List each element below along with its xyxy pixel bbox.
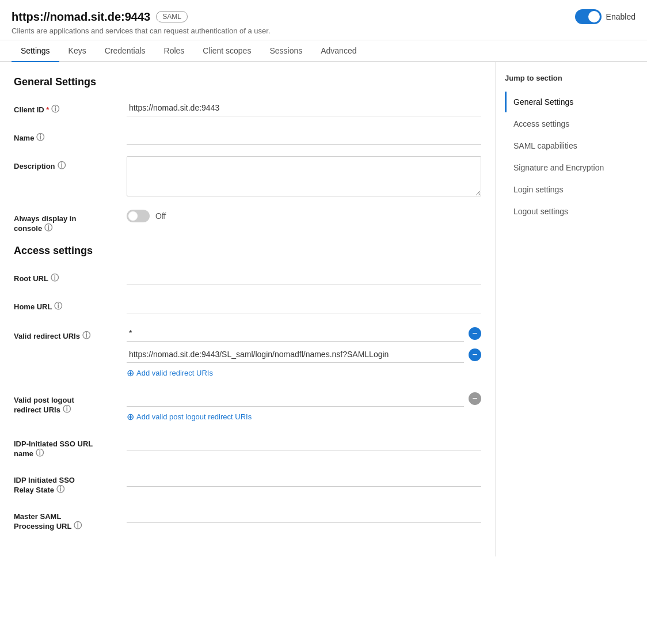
- description-row: Description ⓘ: [14, 156, 481, 198]
- jump-to-sidebar: Jump to section General Settings Access …: [495, 62, 622, 556]
- name-input-wrap: [127, 128, 481, 145]
- always-display-label: Always display in console ⓘ: [14, 210, 117, 233]
- name-row: Name ⓘ: [14, 128, 481, 145]
- redirect-uri-input-1[interactable]: [127, 325, 464, 342]
- home-url-row: Home URL ⓘ: [14, 297, 481, 313]
- always-display-toggle-label: Off: [155, 211, 166, 221]
- logout-uri-input-1[interactable]: [127, 390, 464, 407]
- logout-uri-help-icon[interactable]: ⓘ: [63, 404, 71, 415]
- page-title: https://nomad.sit.de:9443: [12, 10, 150, 24]
- description-help-icon[interactable]: ⓘ: [58, 161, 66, 171]
- name-input[interactable]: [127, 128, 481, 145]
- tab-client-scopes[interactable]: Client scopes: [193, 40, 260, 62]
- client-id-input-wrap: [127, 100, 481, 116]
- always-display-toggle-wrap: Off: [127, 210, 481, 222]
- logout-uri-row-1: −: [127, 390, 481, 407]
- valid-redirect-help-icon[interactable]: ⓘ: [82, 331, 90, 341]
- sidebar-item-login[interactable]: Login settings: [505, 179, 612, 200]
- description-input-wrap: [127, 156, 481, 198]
- required-star: *: [46, 105, 49, 114]
- always-display-row: Always display in console ⓘ Off: [14, 210, 481, 233]
- name-label: Name ⓘ: [14, 128, 117, 143]
- add-logout-uri-label: Add valid post logout redirect URIs: [136, 412, 252, 421]
- home-url-input[interactable]: [127, 297, 481, 313]
- idp-sso-url-label: IDP-Initiated SSO URL name ⓘ: [14, 434, 117, 459]
- idp-sso-url-help-icon[interactable]: ⓘ: [36, 448, 44, 459]
- add-logout-uri-icon: ⊕: [127, 411, 134, 422]
- valid-logout-uris-wrap: − ⊕ Add valid post logout redirect URIs: [127, 390, 481, 422]
- tab-roles[interactable]: Roles: [155, 40, 194, 62]
- enabled-toggle-wrap: Enabled: [575, 9, 635, 24]
- redirect-uri-row-2: −: [127, 346, 481, 363]
- enabled-toggle[interactable]: [575, 9, 602, 24]
- root-url-help-icon[interactable]: ⓘ: [51, 273, 59, 283]
- page-header: https://nomad.sit.de:9443 SAML Enabled C…: [0, 0, 647, 40]
- jump-section-label: Jump to section: [505, 74, 612, 82]
- tab-keys[interactable]: Keys: [59, 40, 96, 62]
- master-saml-row: Master SAML Processing URL ⓘ: [14, 506, 481, 531]
- remove-redirect-uri-2[interactable]: −: [469, 348, 481, 361]
- valid-redirect-uris-row: Valid redirect URIs ⓘ − − ⊕ Add valid re…: [14, 325, 481, 378]
- add-redirect-uri-icon: ⊕: [127, 368, 134, 378]
- master-saml-help-icon[interactable]: ⓘ: [74, 521, 82, 531]
- tab-bar: Settings Keys Credentials Roles Client s…: [0, 40, 647, 62]
- add-logout-uri-link[interactable]: ⊕ Add valid post logout redirect URIs: [127, 411, 481, 422]
- client-id-label: Client ID * ⓘ: [14, 100, 117, 115]
- home-url-help-icon[interactable]: ⓘ: [54, 301, 62, 312]
- general-settings-title: General Settings: [14, 76, 481, 88]
- root-url-input-wrap: [127, 268, 481, 285]
- valid-redirect-uris-wrap: − − ⊕ Add valid redirect URIs: [127, 325, 481, 378]
- valid-redirect-uris-label: Valid redirect URIs ⓘ: [14, 325, 117, 341]
- idp-sso-relay-label: IDP Initiated SSO Relay State ⓘ: [14, 470, 117, 495]
- root-url-label: Root URL ⓘ: [14, 268, 117, 283]
- access-settings-title: Access settings: [14, 245, 481, 257]
- name-help-icon[interactable]: ⓘ: [36, 132, 44, 143]
- add-redirect-uri-label: Add valid redirect URIs: [136, 369, 213, 377]
- home-url-input-wrap: [127, 297, 481, 313]
- idp-sso-relay-input[interactable]: [127, 470, 481, 487]
- master-saml-input-wrap: [127, 506, 481, 523]
- remove-logout-uri-1[interactable]: −: [469, 392, 481, 405]
- tab-credentials[interactable]: Credentials: [96, 40, 155, 62]
- sidebar-item-access[interactable]: Access settings: [505, 113, 612, 134]
- enabled-label: Enabled: [606, 12, 635, 21]
- home-url-label: Home URL ⓘ: [14, 297, 117, 312]
- idp-sso-relay-input-wrap: [127, 470, 481, 487]
- redirect-uri-row-1: −: [127, 325, 481, 342]
- tab-settings[interactable]: Settings: [12, 40, 59, 62]
- add-redirect-uri-link[interactable]: ⊕ Add valid redirect URIs: [127, 368, 481, 378]
- valid-logout-uris-row: Valid post logout redirect URIs ⓘ − ⊕ Ad…: [14, 390, 481, 422]
- description-textarea[interactable]: [127, 156, 481, 196]
- sidebar-item-general[interactable]: General Settings: [505, 92, 612, 112]
- always-display-toggle[interactable]: [127, 210, 150, 222]
- main-content-area: General Settings Client ID * ⓘ Name ⓘ: [0, 62, 647, 556]
- valid-logout-uris-label: Valid post logout redirect URIs ⓘ: [14, 390, 117, 415]
- idp-sso-url-input[interactable]: [127, 434, 481, 450]
- sidebar-item-saml[interactable]: SAML capabilities: [505, 135, 612, 156]
- form-panel: General Settings Client ID * ⓘ Name ⓘ: [0, 62, 495, 556]
- idp-relay-help-icon[interactable]: ⓘ: [56, 484, 64, 495]
- master-saml-input[interactable]: [127, 506, 481, 523]
- root-url-input[interactable]: [127, 268, 481, 285]
- client-id-input[interactable]: [127, 100, 481, 116]
- tab-sessions[interactable]: Sessions: [260, 40, 311, 62]
- root-url-row: Root URL ⓘ: [14, 268, 481, 285]
- redirect-uri-input-2[interactable]: [127, 346, 464, 363]
- remove-redirect-uri-1[interactable]: −: [469, 327, 481, 340]
- idp-sso-url-input-wrap: [127, 434, 481, 450]
- page-subtitle: Clients are applications and services th…: [12, 26, 635, 35]
- saml-badge: SAML: [156, 11, 188, 22]
- master-saml-label: Master SAML Processing URL ⓘ: [14, 506, 117, 531]
- idp-sso-relay-row: IDP Initiated SSO Relay State ⓘ: [14, 470, 481, 495]
- client-id-help-icon[interactable]: ⓘ: [51, 104, 59, 115]
- sidebar-item-logout[interactable]: Logout settings: [505, 201, 612, 222]
- sidebar-item-signature[interactable]: Signature and Encryption: [505, 157, 612, 178]
- tab-advanced[interactable]: Advanced: [311, 40, 366, 62]
- always-display-help-icon[interactable]: ⓘ: [44, 223, 52, 233]
- idp-sso-url-row: IDP-Initiated SSO URL name ⓘ: [14, 434, 481, 459]
- description-label: Description ⓘ: [14, 156, 117, 171]
- client-id-row: Client ID * ⓘ: [14, 100, 481, 116]
